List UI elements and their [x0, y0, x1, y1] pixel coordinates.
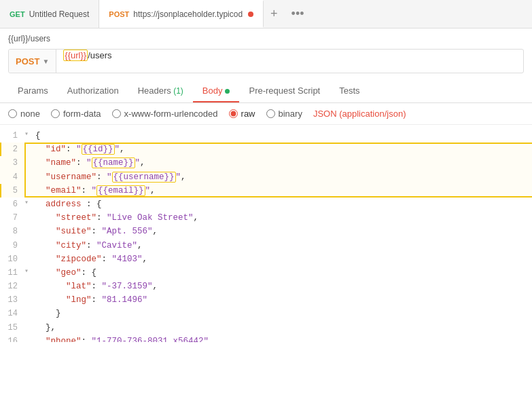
code-editor[interactable]: 1▾{2 "id": "{{id}}",3 "name": "{{name}}"… [0, 125, 532, 342]
more-tabs-button[interactable]: ••• [285, 0, 311, 28]
body-type-binary[interactable]: binary [266, 109, 302, 119]
line-number-1: 1 [0, 129, 24, 143]
radio-urlencoded[interactable] [112, 109, 121, 118]
line-content-15: }, [35, 321, 532, 335]
method-value: POST [16, 56, 39, 67]
tab-headers[interactable]: Headers (1) [128, 80, 193, 102]
line-number-15: 15 [0, 321, 24, 335]
line-content-1: { [35, 129, 532, 143]
body-type-none-label: none [20, 109, 40, 119]
tab-bar: GET Untitled Request POST https://jsonpl… [0, 0, 532, 29]
chevron-down-icon: ▼ [42, 58, 49, 65]
code-line-8: 8 "suite": "Apt. 556", [0, 225, 532, 238]
headers-badge: (1) [171, 86, 183, 96]
line-number-4: 4 [0, 170, 24, 184]
line-content-14: } [35, 307, 532, 320]
line-number-7: 7 [0, 211, 24, 225]
tab-authorization[interactable]: Authorization [58, 80, 128, 102]
tab-get-untitled[interactable]: GET Untitled Request [0, 0, 99, 28]
tab-post-jsonplaceholder[interactable]: POST https://jsonplaceholder.typicod [99, 0, 264, 28]
code-line-7: 7 "street": "Live Oak Street", [0, 211, 532, 225]
body-type-raw-label: raw [241, 109, 255, 119]
code-line-13: 13 "lng": "81.1496" [0, 293, 532, 307]
tab-tests[interactable]: Tests [330, 80, 369, 102]
url-display: {{url}}/users [0, 29, 532, 46]
code-line-3: 3 "name": "{{name}}", [0, 156, 532, 170]
line-content-8: "suite": "Apt. 556", [35, 225, 532, 238]
radio-raw[interactable] [229, 109, 238, 118]
body-type-form-data-label: form-data [63, 109, 101, 119]
line-number-11: 11 [0, 266, 24, 280]
line-number-5: 5 [0, 184, 24, 197]
radio-binary[interactable] [266, 109, 275, 118]
method-label-post: POST [109, 10, 129, 18]
radio-form-data[interactable] [51, 109, 60, 118]
body-type-selector: none form-data x-www-form-urlencoded raw… [0, 103, 532, 125]
code-line-11: 11▾ "geo": { [0, 266, 532, 280]
line-content-9: "city": "Cavite", [35, 239, 532, 252]
collapse-arrow-6[interactable]: ▾ [24, 197, 34, 208]
tab-title-post: https://jsonplaceholder.typicod [133, 10, 243, 19]
code-line-9: 9 "city": "Cavite", [0, 239, 532, 252]
tab-params-label: Params [18, 86, 48, 96]
body-type-urlencoded-label: x-www-form-urlencoded [124, 109, 218, 119]
tab-body[interactable]: Body [193, 80, 240, 102]
code-line-4: 4 "username": "{{username}}", [0, 170, 532, 184]
request-tabs: Params Authorization Headers (1) Body Pr… [0, 80, 532, 103]
request-bar: POST ▼ {{url}}/users [8, 49, 524, 73]
line-content-16: "phone": "1-770-736-8031 x56442", [35, 335, 532, 342]
tab-title-get: Untitled Request [29, 10, 90, 19]
line-content-3: "name": "{{name}}", [35, 156, 532, 170]
line-content-4: "username": "{{username}}", [35, 170, 532, 184]
line-content-7: "street": "Live Oak Street", [35, 211, 532, 225]
line-content-11: "geo": { [35, 266, 532, 280]
line-content-10: "zipcode": "4103", [35, 252, 532, 266]
collapse-arrow-11[interactable]: ▾ [24, 266, 34, 277]
collapse-arrow-1[interactable]: ▾ [24, 129, 34, 140]
tab-headers-label: Headers [138, 86, 171, 96]
line-number-2: 2 [0, 143, 24, 156]
body-type-form-data[interactable]: form-data [51, 109, 101, 119]
line-content-13: "lng": "81.1496" [35, 293, 532, 307]
line-content-2: "id": "{{id}}", [35, 143, 532, 156]
tab-authorization-label: Authorization [67, 86, 119, 96]
url-variable-highlight: {{url}} [63, 50, 88, 61]
code-line-14: 14 } [0, 307, 532, 320]
line-number-14: 14 [0, 307, 24, 320]
line-content-12: "lat": "-37.3159", [35, 280, 532, 293]
tab-unsaved-dot [248, 12, 253, 17]
tab-body-label: Body [202, 86, 223, 96]
body-type-urlencoded[interactable]: x-www-form-urlencoded [112, 109, 218, 119]
line-number-16: 16 [0, 335, 24, 342]
code-editor-wrapper: 1▾{2 "id": "{{id}}",3 "name": "{{name}}"… [0, 125, 532, 342]
new-tab-button[interactable]: + [264, 0, 285, 28]
json-format-label[interactable]: JSON (application/json) [313, 109, 406, 119]
line-number-9: 9 [0, 239, 24, 252]
code-line-12: 12 "lat": "-37.3159", [0, 280, 532, 293]
url-input[interactable]: {{url}}/users [56, 50, 523, 73]
body-active-dot [225, 89, 230, 94]
code-line-16: 16 "phone": "1-770-736-8031 x56442", [0, 335, 532, 342]
tab-pre-request[interactable]: Pre-request Script [239, 80, 330, 102]
method-label-get: GET [10, 10, 25, 18]
line-number-13: 13 [0, 293, 24, 307]
tab-tests-label: Tests [339, 86, 359, 96]
line-number-3: 3 [0, 156, 24, 170]
tab-pre-request-label: Pre-request Script [249, 86, 320, 96]
body-type-none[interactable]: none [8, 109, 40, 119]
code-line-1: 1▾{ [0, 129, 532, 143]
code-line-2: 2 "id": "{{id}}", [0, 143, 532, 156]
body-type-raw[interactable]: raw [229, 109, 255, 119]
line-number-12: 12 [0, 280, 24, 293]
code-line-5: 5 "email": "{{email}}", [0, 184, 532, 197]
line-number-6: 6 [0, 197, 24, 211]
tab-params[interactable]: Params [8, 80, 58, 102]
radio-none[interactable] [8, 109, 17, 118]
line-number-8: 8 [0, 225, 24, 238]
method-dropdown[interactable]: POST ▼ [9, 50, 56, 73]
url-suffix: /users [88, 50, 111, 60]
line-number-10: 10 [0, 252, 24, 266]
code-line-15: 15 }, [0, 321, 532, 335]
code-line-10: 10 "zipcode": "4103", [0, 252, 532, 266]
body-type-binary-label: binary [279, 109, 302, 119]
